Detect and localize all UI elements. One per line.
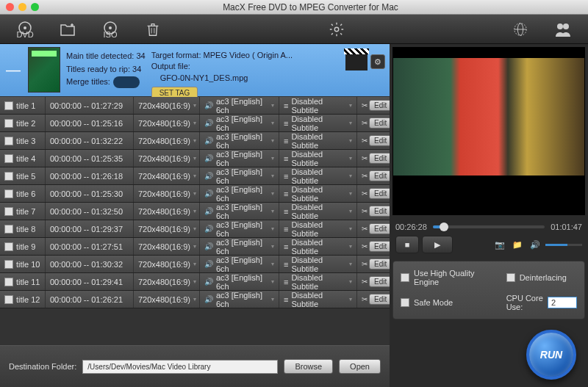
title-resolution: 720x480(16:9): [138, 154, 190, 163]
title-row[interactable]: title 10 00:00:00 -- 01:30:32 720x480(16…: [0, 256, 390, 273]
trash-icon[interactable]: [143, 19, 163, 40]
subtitle-icon: ≡: [284, 225, 288, 234]
scissors-icon: ✂: [362, 189, 368, 198]
minimize-window-button[interactable]: [18, 3, 26, 11]
browse-button[interactable]: Browse: [284, 359, 333, 374]
title-row[interactable]: title 4 00:00:00 -- 01:25:35 720x480(16:…: [0, 150, 390, 167]
title-row[interactable]: title 5 00:00:00 -- 01:26:18 720x480(16:…: [0, 167, 390, 185]
title-name: title 8: [16, 225, 35, 234]
safemode-checkbox[interactable]: [401, 298, 409, 307]
title-checkbox[interactable]: [4, 119, 13, 128]
svg-text:DVD: DVD: [16, 30, 33, 38]
title-name: title 4: [16, 154, 35, 163]
title-checkbox[interactable]: [4, 242, 13, 251]
title-checkbox[interactable]: [4, 260, 13, 269]
edit-button[interactable]: Edit: [369, 188, 390, 199]
title-row[interactable]: title 9 00:00:00 -- 01:27:51 720x480(16:…: [0, 238, 390, 256]
title-row[interactable]: title 2 00:00:00 -- 01:25:16 720x480(16:…: [0, 115, 390, 132]
stop-button[interactable]: ■: [395, 236, 419, 253]
title-time: 00:00:00 -- 01:27:51: [50, 242, 123, 251]
clapper-icon[interactable]: [345, 53, 368, 70]
subtitle-icon: ≡: [284, 278, 288, 286]
users-icon[interactable]: [553, 19, 573, 40]
title-name: title 1: [16, 101, 35, 110]
title-checkbox[interactable]: [4, 278, 13, 286]
edit-button[interactable]: Edit: [369, 241, 390, 252]
title-checkbox[interactable]: [4, 172, 13, 181]
web-icon[interactable]: [510, 19, 531, 40]
edit-button[interactable]: Edit: [369, 100, 390, 111]
audio-icon: 🔊: [204, 137, 213, 145]
title-resolution: 720x480(16:9): [138, 172, 190, 181]
title-subtitle: Disabled Subtitle: [291, 203, 346, 220]
main-toolbar: DVD ISO: [0, 15, 588, 44]
cpu-core-select[interactable]: [548, 297, 577, 308]
title-row[interactable]: title 12 00:00:00 -- 01:26:21 720x480(16…: [0, 291, 390, 308]
subtitle-icon: ≡: [284, 207, 288, 216]
title-resolution: 720x480(16:9): [138, 189, 190, 198]
title-checkbox[interactable]: [4, 137, 13, 145]
edit-button[interactable]: Edit: [369, 223, 390, 234]
title-subtitle: Disabled Subtitle: [291, 97, 346, 115]
hq-checkbox[interactable]: [401, 273, 409, 282]
title-checkbox[interactable]: [4, 101, 13, 110]
add-folder-icon[interactable]: [57, 19, 78, 40]
title-row[interactable]: title 7 00:00:00 -- 01:32:50 720x480(16:…: [0, 203, 390, 220]
title-resolution: 720x480(16:9): [138, 137, 190, 145]
title-row[interactable]: title 11 00:00:00 -- 01:29:41 720x480(16…: [0, 273, 390, 291]
title-resolution: 720x480(16:9): [138, 260, 190, 269]
snapshot-button[interactable]: 📷: [492, 236, 507, 253]
edit-button[interactable]: Edit: [369, 153, 390, 164]
title-row[interactable]: title 3 00:00:00 -- 01:32:22 720x480(16:…: [0, 132, 390, 150]
edit-button[interactable]: Edit: [369, 117, 390, 129]
timeline-slider[interactable]: [433, 225, 545, 228]
title-row[interactable]: title 1 00:00:00 -- 01:27:29 720x480(16:…: [0, 97, 390, 115]
settings-icon[interactable]: [326, 19, 347, 40]
title-time: 00:00:00 -- 01:29:41: [50, 278, 123, 286]
options-panel: Use High Quality Engine Deinterlacing Sa…: [392, 261, 585, 319]
title-subtitle: Disabled Subtitle: [291, 132, 346, 150]
edit-button[interactable]: Edit: [369, 135, 390, 146]
scissors-icon: ✂: [362, 154, 368, 162]
maximize-window-button[interactable]: [31, 3, 39, 11]
title-subtitle: Disabled Subtitle: [291, 238, 346, 256]
edit-button[interactable]: Edit: [369, 276, 390, 287]
destination-input[interactable]: [82, 360, 278, 374]
player-controls: 00:26:28 01:01:47 ■ ▶ 📷 📁 🔊: [390, 218, 588, 258]
edit-button[interactable]: Edit: [369, 206, 390, 217]
run-button[interactable]: RUN: [526, 330, 576, 380]
title-time: 00:00:00 -- 01:29:37: [50, 225, 123, 234]
title-checkbox[interactable]: [4, 207, 13, 216]
title-checkbox[interactable]: [4, 189, 13, 198]
scissors-icon: ✂: [362, 172, 368, 180]
title-time: 00:00:00 -- 01:32:50: [50, 207, 123, 216]
output-settings-button[interactable]: ⚙: [370, 54, 385, 69]
edit-button[interactable]: Edit: [369, 258, 390, 270]
close-window-button[interactable]: [6, 3, 14, 11]
target-format: Target format: MPEG Video ( Origin A...: [151, 50, 293, 61]
play-button[interactable]: ▶: [422, 236, 453, 253]
open-button[interactable]: Open: [339, 359, 381, 374]
preview-area: [392, 47, 585, 215]
title-checkbox[interactable]: [4, 154, 13, 163]
merge-toggle[interactable]: [113, 76, 140, 88]
iso-icon[interactable]: ISO: [100, 19, 121, 40]
title-subtitle: Disabled Subtitle: [291, 115, 346, 132]
volume-slider[interactable]: [545, 244, 582, 246]
edit-button[interactable]: Edit: [369, 294, 390, 305]
title-audio: ac3 [English] 6ch: [216, 220, 268, 238]
collapse-button[interactable]: —: [4, 47, 22, 93]
title-name: title 5: [16, 172, 35, 181]
title-checkbox[interactable]: [4, 225, 13, 234]
title-row[interactable]: title 6 00:00:00 -- 01:25:30 720x480(16:…: [0, 185, 390, 203]
open-folder-button[interactable]: 📁: [510, 236, 525, 253]
edit-button[interactable]: Edit: [369, 170, 390, 181]
title-resolution: 720x480(16:9): [138, 242, 190, 251]
deinterlace-checkbox[interactable]: [506, 273, 515, 282]
scissors-icon: ✂: [362, 207, 368, 215]
title-row[interactable]: title 8 00:00:00 -- 01:29:37 720x480(16:…: [0, 220, 390, 238]
preview-image: [393, 58, 584, 176]
dvd-icon[interactable]: DVD: [15, 19, 35, 40]
title-checkbox[interactable]: [4, 295, 13, 304]
volume-icon[interactable]: 🔊: [528, 236, 542, 253]
